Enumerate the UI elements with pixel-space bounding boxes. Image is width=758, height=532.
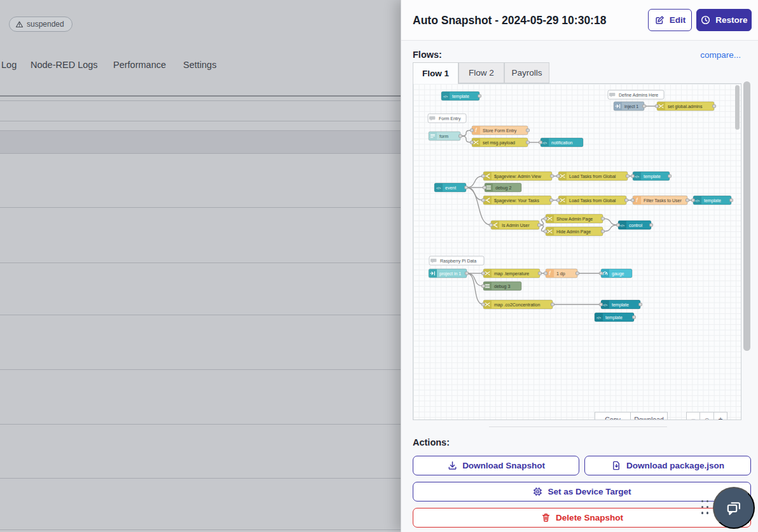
svg-text:inject 1: inject 1 (624, 104, 638, 109)
flow-node-inject1: inject 1 (614, 102, 646, 111)
zoom-in-button[interactable]: + (713, 412, 727, 420)
flow-node-filter: fFilter Tasks to User (631, 196, 689, 205)
svg-text:map .temperature: map .temperature (494, 271, 529, 276)
flow-node-event: </>event (434, 183, 468, 192)
svg-text:Load Tasks from Global: Load Tasks from Global (569, 198, 616, 203)
svg-text:</>: </> (443, 95, 448, 99)
tab-payrolls[interactable]: Payrolls (504, 62, 549, 83)
svg-text:project in 1: project in 1 (439, 271, 461, 276)
svg-text:Is Admin User: Is Admin User (502, 223, 530, 228)
set-device-target-label: Set as Device Target (548, 487, 631, 496)
svg-text:notification: notification (551, 140, 573, 145)
flow-node-defineAdmins: Define Admins Here (608, 90, 664, 99)
flow-node-pvAdmin: $pageview: Admin View (482, 172, 554, 181)
svg-text:</>: </> (603, 303, 607, 307)
snapshot-drawer: Auto Snapshot - 2024-05-29 10:30:18 Edit… (401, 0, 758, 532)
flow-node-notification: </>notification (539, 138, 584, 147)
svg-text:$pageview: Your Tasks: $pageview: Your Tasks (494, 198, 540, 203)
svg-text:set msg.payload: set msg.payload (483, 140, 515, 146)
flows-label: Flows: (413, 50, 442, 60)
flow-node-raspComment: Raspberry Pi Data (429, 256, 484, 265)
svg-text:event: event (445, 186, 456, 190)
svg-text:Raspberry Pi Data: Raspberry Pi Data (440, 259, 476, 264)
svg-text:template: template (605, 315, 623, 320)
flow-node-template1: </>template (441, 92, 481, 100)
flow-node-template4: </>template (600, 300, 642, 309)
chat-widget-button[interactable] (713, 487, 755, 529)
svg-text:control: control (629, 223, 642, 228)
flow-node-mapCo2: map .co2Concentration (482, 300, 555, 309)
download-snapshot-label: Download Snapshot (462, 461, 545, 470)
svg-text:$pageview: Admin View: $pageview: Admin View (494, 174, 542, 179)
flow-node-setGlobalAdmins: set global.admins (656, 102, 716, 111)
flow-node-form: form (429, 132, 462, 140)
svg-text:gauge: gauge (612, 271, 624, 276)
download-package-label: Download package.json (626, 461, 724, 470)
flow-wire (603, 225, 618, 231)
delete-snapshot-label: Delete Snapshot (556, 513, 623, 522)
snapshot-title: Auto Snapshot - 2024-05-29 10:30:18 (413, 0, 606, 41)
flow-wire (603, 219, 618, 225)
tab-flow-2[interactable]: Flow 2 (458, 62, 504, 83)
svg-text:Store Form Entry: Store Form Entry (483, 128, 517, 133)
tab-flow-1[interactable]: Flow 1 (413, 62, 458, 84)
delete-snapshot-button[interactable]: Delete Snapshot (413, 508, 751, 528)
restore-button[interactable]: Restore (696, 9, 752, 31)
svg-text:Define Admins Here: Define Admins Here (619, 93, 658, 97)
svg-text:form: form (439, 134, 448, 139)
restore-button-label: Restore (715, 15, 747, 25)
flow-wire (467, 273, 483, 304)
app-root: suspended Log Node-RED Logs Performance … (0, 0, 758, 532)
chip-icon (532, 486, 543, 497)
download-flow-button[interactable]: Download (630, 412, 668, 420)
svg-text:</>: </> (436, 186, 441, 190)
svg-text:Show Admin Page: Show Admin Page (556, 217, 593, 222)
actions-label: Actions: (413, 437, 450, 447)
flow-node-template5: </>template (595, 313, 636, 322)
flow-node-load2: Load Tasks from Global (557, 196, 628, 205)
edit-button[interactable]: Edit (648, 9, 692, 31)
drawer-scrollbar-thumb[interactable] (743, 81, 750, 351)
download-icon (447, 460, 458, 471)
svg-text:template: template (612, 303, 629, 308)
zoom-reset-button[interactable]: ○ (699, 412, 714, 420)
flow-node-storeFormEntry: fStore Form Entry (471, 126, 530, 135)
svg-text:</>: </> (620, 224, 624, 228)
flow-node-template3: </>template (692, 196, 733, 205)
compare-link[interactable]: compare... (700, 50, 741, 60)
drawer-header: Auto Snapshot - 2024-05-29 10:30:18 Edit… (401, 0, 758, 41)
svg-text:debug 2: debug 2 (495, 186, 511, 191)
svg-text:template: template (452, 94, 469, 99)
flow-node-pvYour: $pageview: Your Tasks (482, 196, 553, 205)
flow-node-showAdmin: Show Admin Page (544, 214, 605, 223)
download-snapshot-button[interactable]: Download Snapshot (413, 456, 579, 475)
flow-node-mapTemp: map .temperature (482, 269, 542, 278)
flow-wire (466, 176, 483, 188)
flow-node-template2: </>template (631, 172, 672, 181)
svg-text:debug 3: debug 3 (494, 284, 510, 289)
copy-flow-button[interactable]: Copy (595, 412, 631, 420)
flow-preview-canvas[interactable]: </>templateDefine Admins Hereinject 1set… (413, 83, 741, 420)
download-package-button[interactable]: Download package.json (584, 456, 751, 475)
edit-button-label: Edit (670, 15, 686, 25)
set-device-target-button[interactable]: Set as Device Target (413, 482, 751, 501)
flow-node-isAdmin: Is Admin User (490, 221, 541, 229)
canvas-scrollbar-thumb[interactable] (735, 85, 740, 130)
flow-node-oneDp: f1 dp (544, 269, 579, 278)
svg-text:</>: </> (596, 316, 601, 320)
flow-wire (466, 188, 491, 225)
zoom-out-button[interactable]: − (686, 412, 700, 420)
drag-handle[interactable] (701, 500, 710, 517)
svg-text:map .co2Concentration: map .co2Concentration (494, 303, 540, 308)
trash-icon (541, 512, 551, 523)
modal-overlay[interactable] (0, 0, 401, 532)
svg-text:template: template (704, 198, 721, 203)
flow-node-control: </>control (617, 221, 653, 229)
svg-text:Load Tasks from Global: Load Tasks from Global (569, 174, 616, 179)
svg-text:Form Entry: Form Entry (439, 116, 461, 121)
file-download-icon (611, 460, 622, 471)
svg-text:</>: </> (635, 175, 639, 179)
chat-bubbles-icon (723, 497, 745, 519)
svg-text:</>: </> (695, 199, 699, 203)
clock-icon (700, 15, 711, 25)
